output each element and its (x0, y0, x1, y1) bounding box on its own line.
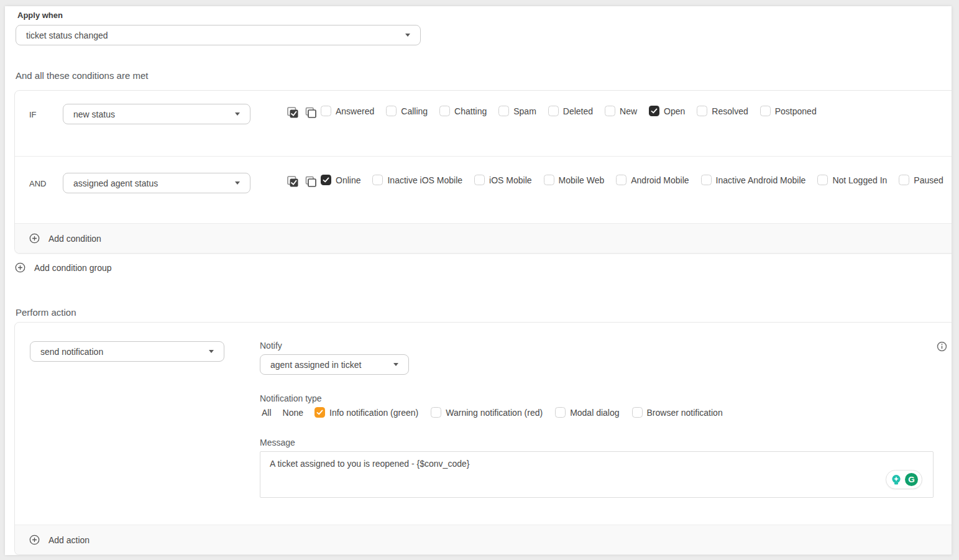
checkbox-option-browser-notification[interactable]: Browser notification (632, 407, 723, 418)
checkbox-checked-icon[interactable] (314, 407, 325, 418)
automation-rule-panel: Apply when ticket status changed And all… (5, 6, 952, 555)
checkbox-option-resolved[interactable]: Resolved (697, 106, 748, 116)
checkbox-option-not-logged-in[interactable]: Not Logged In (817, 175, 887, 185)
message-label: Message (260, 438, 295, 448)
chevron-down-icon (393, 363, 398, 366)
select-all-checkbox-icon[interactable] (287, 107, 298, 118)
checkbox-label: Online (336, 175, 360, 185)
checkbox-unchecked[interactable] (760, 106, 771, 116)
message-textarea[interactable]: A ticket assigned to you is reopened - {… (260, 451, 934, 498)
action-type-value: send notification (40, 347, 103, 357)
checkbox-unchecked[interactable] (439, 106, 450, 116)
checkbox-option-modal-dialog[interactable]: Modal dialog (555, 407, 619, 418)
checkbox-option-inactive-ios-mobile[interactable]: Inactive iOS Mobile (372, 175, 462, 185)
condition-field-dropdown[interactable]: new status (63, 104, 250, 124)
checkbox-label: Modal dialog (570, 408, 619, 418)
checkbox-label: Chatting (454, 106, 487, 116)
conditions-heading: And all these conditions are met (16, 70, 148, 81)
checkbox-unchecked[interactable] (555, 407, 566, 418)
checkbox-option-new[interactable]: New (605, 106, 637, 116)
checkbox-option-chatting[interactable]: Chatting (439, 106, 487, 116)
checkbox-unchecked[interactable] (616, 175, 626, 185)
checkbox-option-spam[interactable]: Spam (498, 106, 536, 116)
checkbox-option-paused[interactable]: Paused (899, 175, 943, 185)
notification-type-row: All None Info notification (green)Warnin… (262, 407, 723, 418)
checkbox-option-deleted[interactable]: Deleted (548, 106, 593, 116)
checkbox-label: iOS Mobile (489, 175, 531, 185)
circle-plus-icon (29, 233, 40, 244)
condition-row-and: AND assigned agent status OnlineInactive… (15, 156, 952, 224)
checkbox-unchecked[interactable] (817, 175, 828, 185)
checkbox-label: Calling (401, 106, 428, 116)
checkbox-label: Resolved (712, 106, 748, 116)
checkbox-option-info-notification-green[interactable]: Info notification (green) (314, 407, 418, 418)
action-type-dropdown[interactable]: send notification (30, 341, 224, 362)
add-condition-label: Add condition (48, 234, 101, 244)
checkbox-label: Not Logged In (832, 175, 887, 185)
agent-status-checkbox-row: OnlineInactive iOS MobileiOS MobileMobil… (321, 175, 943, 185)
checkbox-unchecked[interactable] (632, 407, 643, 418)
checkbox-unchecked[interactable] (701, 175, 712, 185)
checkbox-option-online[interactable]: Online (321, 175, 360, 185)
checkbox-unchecked[interactable] (548, 106, 559, 116)
checkbox-unchecked[interactable] (474, 175, 485, 185)
checkbox-option-calling[interactable]: Calling (386, 106, 428, 116)
chevron-down-icon (235, 181, 240, 185)
grammarly-widget[interactable]: G (886, 470, 922, 489)
checkbox-option-android-mobile[interactable]: Android Mobile (616, 175, 689, 185)
checkbox-option-ios-mobile[interactable]: iOS Mobile (474, 175, 531, 185)
copy-icon[interactable] (305, 107, 316, 118)
checkbox-option-warning-notification-red[interactable]: Warning notification (red) (431, 407, 543, 418)
checkbox-unchecked[interactable] (431, 407, 441, 418)
add-condition-group-button[interactable]: Add condition group (15, 262, 112, 273)
checkbox-checked-icon[interactable] (321, 175, 331, 185)
select-all-link[interactable]: All (262, 408, 272, 418)
checkbox-label: Spam (513, 106, 536, 116)
checkbox-option-mobile-web[interactable]: Mobile Web (544, 175, 605, 185)
checkbox-checked-icon[interactable] (649, 106, 659, 116)
apply-when-value: ticket status changed (26, 30, 108, 40)
status-checkbox-row: AnsweredCallingChattingSpamDeletedNewOpe… (321, 106, 817, 116)
notify-dropdown[interactable]: agent assigned in ticket (260, 354, 409, 375)
checkbox-unchecked[interactable] (697, 106, 707, 116)
checkbox-label: Inactive iOS Mobile (387, 175, 462, 185)
notify-value: agent assigned in ticket (270, 360, 361, 370)
condition-field-dropdown[interactable]: assigned agent status (63, 173, 250, 193)
checkbox-option-inactive-android-mobile[interactable]: Inactive Android Mobile (701, 175, 806, 185)
checkbox-unchecked[interactable] (605, 106, 615, 116)
suggestion-bulb-icon[interactable] (890, 474, 902, 486)
checkbox-label: Deleted (563, 106, 593, 116)
checkbox-option-postponed[interactable]: Postponed (760, 106, 817, 116)
checkbox-option-answered[interactable]: Answered (321, 106, 374, 116)
condition-field-value: assigned agent status (73, 178, 158, 188)
checkbox-label: Inactive Android Mobile (716, 175, 806, 185)
checkbox-label: Browser notification (647, 408, 723, 418)
perform-action-heading: Perform action (16, 307, 76, 318)
checkbox-unchecked[interactable] (544, 175, 554, 185)
checkbox-unchecked[interactable] (498, 106, 509, 116)
add-action-button[interactable]: Add action (15, 525, 952, 554)
checkbox-unchecked[interactable] (386, 106, 397, 116)
checkbox-label: Warning notification (red) (446, 408, 543, 418)
select-none-link[interactable]: None (283, 408, 303, 418)
chevron-down-icon (209, 350, 214, 353)
svg-text:G: G (908, 475, 915, 484)
checkbox-label: Answered (336, 106, 374, 116)
circle-plus-icon (29, 535, 40, 546)
checkbox-label: Mobile Web (559, 175, 605, 185)
condition-field-value: new status (73, 109, 115, 119)
apply-when-dropdown[interactable]: ticket status changed (16, 25, 421, 45)
checkbox-unchecked[interactable] (321, 106, 331, 116)
checkbox-unchecked[interactable] (899, 175, 909, 185)
condition-row-if: IF new status AnsweredCallingChattingSpa… (15, 91, 952, 156)
checkbox-unchecked[interactable] (372, 175, 383, 185)
checkbox-option-open[interactable]: Open (649, 106, 685, 116)
info-icon[interactable] (937, 341, 947, 352)
select-all-checkbox-icon[interactable] (287, 176, 298, 187)
copy-icon[interactable] (305, 176, 316, 187)
notification-type-label: Notification type (260, 393, 322, 403)
grammarly-icon[interactable]: G (904, 472, 919, 487)
condition-prefix: AND (29, 179, 46, 188)
add-condition-button[interactable]: Add condition (15, 223, 952, 253)
notify-label: Notify (260, 341, 282, 351)
